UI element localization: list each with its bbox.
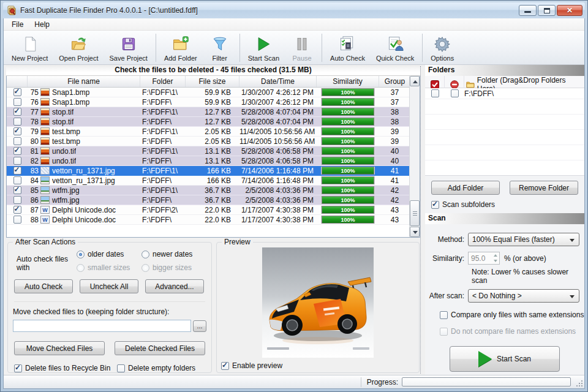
right-pane: Folders Folder (Drag&Drop Folders Here) bbox=[425, 65, 584, 375]
row-checkbox[interactable] bbox=[13, 167, 21, 175]
recycle-bin-option[interactable]: Delete files to Recycle Bin bbox=[14, 364, 117, 372]
move-destination-input[interactable] bbox=[13, 320, 191, 332]
auto-check-action-button[interactable]: Auto Check bbox=[14, 279, 73, 293]
scroll-down-arrow[interactable] bbox=[410, 227, 420, 237]
delete-checked-files-button[interactable]: Delete Checked Files bbox=[115, 341, 205, 355]
open-project-button[interactable]: Open Project bbox=[53, 32, 104, 64]
panel-splitter[interactable] bbox=[420, 66, 425, 374]
add-folder-button[interactable]: Add Folder bbox=[159, 32, 203, 64]
table-row[interactable]: 86wtfm.jpg F:\FDFF\ 36.7 KB 2/5/2008 4:0… bbox=[7, 195, 410, 205]
column-file-name[interactable]: File name bbox=[28, 76, 140, 87]
file-size-cell: 13.1 KB bbox=[186, 147, 239, 156]
table-row[interactable]: 82undo.tif F:\FDFF\ 13.1 KB 5/28/2008 4:… bbox=[7, 156, 410, 166]
table-row[interactable]: 75Snap1.bmp F:\FDFF\1\ 59.9 KB 1/30/2007… bbox=[7, 88, 410, 97]
advanced-button[interactable]: Advanced... bbox=[145, 279, 204, 293]
minimize-button[interactable] bbox=[519, 5, 537, 16]
table-row[interactable]: 80test.bmp F:\FDFF\ 2.05 KB 11/4/2005 10… bbox=[7, 137, 410, 146]
uncheck-all-button[interactable]: Uncheck All bbox=[80, 279, 138, 293]
enable-preview-option[interactable]: Enable preview bbox=[221, 361, 282, 370]
similarity-bar: 100% bbox=[322, 157, 374, 165]
browse-button[interactable]: ... bbox=[193, 320, 206, 332]
move-checked-files-button[interactable]: Move Checked Files bbox=[14, 341, 105, 355]
group-cell: 39 bbox=[379, 127, 410, 136]
radio-older-dates-control[interactable] bbox=[77, 251, 85, 258]
row-checkbox[interactable] bbox=[13, 176, 21, 184]
titlebar[interactable]: Fast Duplicate File Finder Pro 4.0.0.1 -… bbox=[3, 2, 585, 18]
row-checkbox[interactable] bbox=[13, 147, 21, 155]
table-row[interactable]: 78stop.tif F:\FDFF\ 12.7 KB 5/28/2008 4:… bbox=[7, 117, 410, 127]
maximize-button[interactable] bbox=[538, 5, 556, 16]
table-row[interactable]: 85wtfm.jpg F:\FDFF\1\ 36.7 KB 2/5/2008 4… bbox=[7, 186, 410, 195]
remove-folder-button[interactable]: Remove Folder bbox=[510, 181, 578, 195]
column-group[interactable]: Group bbox=[379, 76, 410, 87]
menu-file[interactable]: File bbox=[6, 19, 29, 30]
column-file-size[interactable]: File size bbox=[186, 76, 239, 87]
column-date-time[interactable]: Date/Time bbox=[239, 76, 317, 87]
row-checkbox[interactable] bbox=[13, 137, 21, 145]
file-type-icon bbox=[40, 216, 50, 224]
start-scan-big-button[interactable]: Start Scan bbox=[450, 346, 560, 372]
save-project-button[interactable]: Save Project bbox=[104, 32, 153, 64]
radio-newer-dates-control[interactable] bbox=[141, 251, 149, 258]
same-extensions-option[interactable]: Compare only files with same extensions bbox=[440, 311, 584, 319]
exclude-checkbox[interactable] bbox=[451, 89, 459, 97]
row-checkbox[interactable] bbox=[13, 127, 21, 135]
scan-subfolders-option[interactable]: Scan subfolders bbox=[425, 198, 584, 213]
row-checkbox[interactable] bbox=[13, 108, 21, 116]
start-scan-button[interactable]: Start Scan bbox=[243, 32, 285, 64]
same-extensions-checkbox[interactable] bbox=[440, 311, 448, 319]
row-checkbox[interactable] bbox=[13, 196, 21, 204]
row-checkbox[interactable] bbox=[13, 98, 21, 106]
radio-newer-dates[interactable]: newer dates bbox=[141, 250, 206, 258]
scroll-thumb[interactable] bbox=[410, 200, 420, 226]
file-names-label: Do not compare file names extensions bbox=[451, 327, 576, 336]
row-checkbox[interactable] bbox=[13, 157, 21, 165]
similarity-value: 100% bbox=[322, 167, 374, 175]
after-scan-select[interactable]: < Do Nothing > bbox=[468, 289, 579, 303]
row-checkbox[interactable] bbox=[13, 206, 21, 214]
add-folder-panel-button[interactable]: Add Folder bbox=[431, 181, 500, 195]
table-row[interactable]: 87Delphi Unicode.doc F:\FDFF\2\ 22.0 KB … bbox=[7, 205, 410, 215]
auto-check-radio-grid: older dates newer dates smaller sizes bi… bbox=[77, 250, 206, 272]
table-row[interactable]: 77stop.tif F:\FDFF\1\ 12.7 KB 5/28/2008 … bbox=[7, 107, 410, 117]
auto-check-button[interactable]: Auto Check bbox=[325, 32, 371, 64]
resize-grip[interactable] bbox=[576, 380, 582, 386]
similarity-value: 100% bbox=[322, 148, 374, 155]
column-similarity[interactable]: Similarity bbox=[317, 76, 379, 87]
close-button[interactable]: ✕ bbox=[557, 5, 582, 16]
table-row[interactable]: 88Delphi Unicode.doc F:\FDFF\ 22.0 KB 1/… bbox=[7, 215, 410, 225]
file-size-cell: 166 KB bbox=[186, 167, 239, 175]
options-button[interactable]: Options bbox=[425, 32, 459, 64]
filter-button[interactable]: Filter bbox=[203, 32, 237, 64]
table-row[interactable]: 79test.bmp F:\FDFF\1\ 2.05 KB 11/4/2005 … bbox=[7, 127, 410, 137]
date-time-cell: 5/28/2008 4:06:58 PM bbox=[239, 147, 317, 156]
table-row[interactable]: 83vetton_ru_1371.jpg F:\FDFF\1\ 166 KB 7… bbox=[7, 166, 410, 176]
row-checkbox[interactable] bbox=[13, 216, 21, 224]
row-checkbox[interactable] bbox=[13, 88, 21, 96]
method-select[interactable]: 100% Equal Files (faster) bbox=[468, 233, 579, 246]
radio-older-dates[interactable]: older dates bbox=[77, 250, 141, 258]
row-number: 83 bbox=[28, 167, 39, 175]
file-type-icon bbox=[40, 98, 50, 106]
row-checkbox[interactable] bbox=[13, 118, 21, 126]
folder-row[interactable]: F:\FDFF\ bbox=[425, 88, 584, 99]
delete-empty-folders-option[interactable]: Delete empty folders bbox=[117, 364, 195, 372]
column-check[interactable] bbox=[7, 76, 28, 87]
table-row[interactable]: 76Snap1.bmp F:\FDFF\ 59.9 KB 1/30/2007 4… bbox=[7, 97, 410, 107]
recycle-bin-checkbox[interactable] bbox=[14, 364, 22, 372]
enable-preview-checkbox[interactable] bbox=[221, 362, 229, 370]
column-folder[interactable]: Folder bbox=[140, 76, 186, 87]
vertical-scrollbar[interactable] bbox=[409, 76, 420, 237]
similarity-cell: 100% bbox=[317, 98, 379, 106]
quick-check-button[interactable]: Quick Check bbox=[371, 32, 420, 64]
scroll-up-arrow[interactable] bbox=[410, 76, 420, 86]
scan-subfolders-checkbox[interactable] bbox=[431, 201, 439, 209]
new-project-button[interactable]: New Project bbox=[6, 32, 53, 64]
table-row[interactable]: 81undo.tif F:\FDFF\1\ 13.1 KB 5/28/2008 … bbox=[7, 146, 410, 156]
menu-help[interactable]: Help bbox=[29, 19, 55, 30]
include-checkbox[interactable] bbox=[431, 89, 439, 97]
delete-empty-folders-checkbox[interactable] bbox=[117, 364, 125, 372]
table-row[interactable]: 84vetton_ru_1371.jpg F:\FDFF\ 166 KB 7/1… bbox=[7, 176, 410, 186]
similarity-value: 100% bbox=[322, 206, 374, 214]
row-checkbox[interactable] bbox=[13, 186, 21, 194]
